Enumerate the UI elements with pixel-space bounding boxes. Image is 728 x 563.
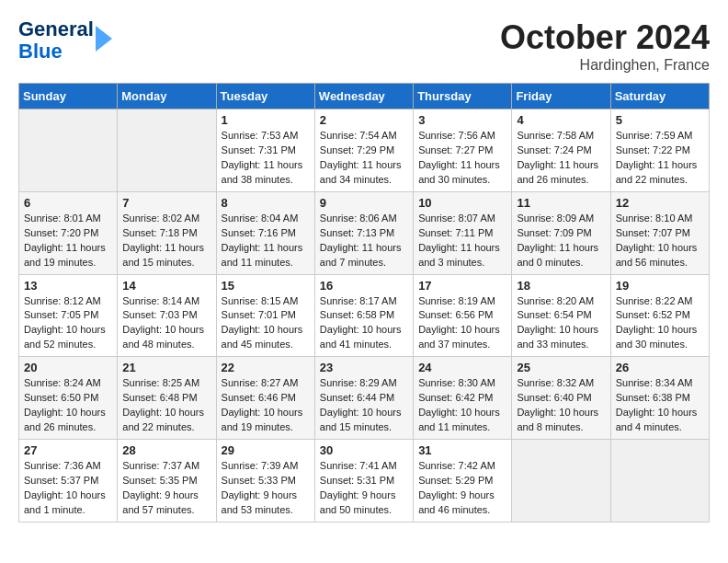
daylight-text: Daylight: 9 hours and 46 minutes. bbox=[418, 489, 495, 515]
cell-content: Sunrise: 8:19 AMSunset: 6:56 PMDaylight:… bbox=[418, 294, 506, 353]
calendar-cell: 16Sunrise: 8:17 AMSunset: 6:58 PMDayligh… bbox=[314, 274, 413, 357]
daylight-text: Daylight: 10 hours and 41 minutes. bbox=[320, 324, 402, 350]
sunrise-text: Sunrise: 8:30 AM bbox=[418, 377, 495, 388]
day-number: 15 bbox=[222, 279, 310, 293]
calendar-cell: 26Sunrise: 8:34 AMSunset: 6:38 PMDayligh… bbox=[610, 357, 709, 440]
sunset-text: Sunset: 5:37 PM bbox=[24, 475, 98, 486]
sunset-text: Sunset: 5:35 PM bbox=[122, 475, 197, 486]
daylight-text: Daylight: 10 hours and 30 minutes. bbox=[616, 324, 698, 350]
sunset-text: Sunset: 5:29 PM bbox=[418, 475, 493, 486]
calendar-cell: 9Sunrise: 8:06 AMSunset: 7:13 PMDaylight… bbox=[314, 191, 413, 274]
day-number: 23 bbox=[320, 361, 408, 374]
sunrise-text: Sunrise: 7:53 AM bbox=[222, 130, 299, 141]
sunset-text: Sunset: 6:40 PM bbox=[517, 392, 591, 403]
day-number: 3 bbox=[418, 113, 506, 127]
sunset-text: Sunset: 7:09 PM bbox=[517, 227, 591, 238]
day-number: 21 bbox=[122, 361, 210, 374]
cell-content: Sunrise: 8:07 AMSunset: 7:11 PMDaylight:… bbox=[418, 212, 506, 270]
cell-content: Sunrise: 8:02 AMSunset: 7:18 PMDaylight:… bbox=[122, 212, 210, 270]
sunrise-text: Sunrise: 8:10 AM bbox=[616, 213, 693, 224]
cell-content: Sunrise: 8:29 AMSunset: 6:44 PMDaylight:… bbox=[320, 376, 408, 435]
sunrise-text: Sunrise: 8:14 AM bbox=[122, 295, 199, 306]
calendar-cell: 23Sunrise: 8:29 AMSunset: 6:44 PMDayligh… bbox=[314, 357, 413, 440]
calendar-cell bbox=[19, 109, 118, 192]
header-row: SundayMondayTuesdayWednesdayThursdayFrid… bbox=[19, 84, 710, 109]
daylight-text: Daylight: 9 hours and 53 minutes. bbox=[222, 489, 298, 515]
daylight-text: Daylight: 10 hours and 15 minutes. bbox=[320, 407, 402, 432]
sunset-text: Sunset: 7:07 PM bbox=[616, 227, 690, 238]
day-number: 17 bbox=[418, 279, 506, 293]
day-number: 7 bbox=[122, 196, 210, 210]
calendar-cell: 15Sunrise: 8:15 AMSunset: 7:01 PMDayligh… bbox=[216, 274, 314, 357]
cell-content: Sunrise: 8:27 AMSunset: 6:46 PMDaylight:… bbox=[222, 376, 310, 435]
cell-content: Sunrise: 7:54 AMSunset: 7:29 PMDaylight:… bbox=[320, 129, 408, 188]
week-row-4: 20Sunrise: 8:24 AMSunset: 6:50 PMDayligh… bbox=[19, 357, 710, 440]
sunrise-text: Sunrise: 7:37 AM bbox=[122, 460, 199, 471]
calendar-cell: 24Sunrise: 8:30 AMSunset: 6:42 PMDayligh… bbox=[414, 357, 512, 440]
sunrise-text: Sunrise: 8:22 AM bbox=[616, 295, 693, 306]
sunset-text: Sunset: 5:31 PM bbox=[320, 475, 394, 486]
sunset-text: Sunset: 7:05 PM bbox=[24, 309, 98, 320]
daylight-text: Daylight: 10 hours and 22 minutes. bbox=[122, 407, 204, 432]
day-number: 18 bbox=[517, 279, 605, 293]
cell-content: Sunrise: 8:22 AMSunset: 6:52 PMDaylight:… bbox=[616, 294, 704, 353]
calendar-cell: 31Sunrise: 7:42 AMSunset: 5:29 PMDayligh… bbox=[414, 440, 512, 523]
day-number: 24 bbox=[418, 361, 506, 374]
calendar-cell: 13Sunrise: 8:12 AMSunset: 7:05 PMDayligh… bbox=[19, 274, 118, 357]
cell-content: Sunrise: 7:41 AMSunset: 5:31 PMDaylight:… bbox=[320, 459, 408, 518]
sunset-text: Sunset: 6:42 PM bbox=[418, 392, 493, 403]
calendar-cell: 5Sunrise: 7:59 AMSunset: 7:22 PMDaylight… bbox=[610, 109, 709, 192]
calendar-cell: 29Sunrise: 7:39 AMSunset: 5:33 PMDayligh… bbox=[216, 440, 314, 523]
calendar-cell: 3Sunrise: 7:56 AMSunset: 7:27 PMDaylight… bbox=[414, 109, 512, 192]
calendar-cell: 20Sunrise: 8:24 AMSunset: 6:50 PMDayligh… bbox=[19, 357, 118, 440]
day-number: 9 bbox=[320, 196, 408, 210]
page-header: GeneralBlue October 2024 Hardinghen, Fra… bbox=[18, 18, 710, 74]
week-row-5: 27Sunrise: 7:36 AMSunset: 5:37 PMDayligh… bbox=[19, 440, 710, 523]
day-number: 22 bbox=[222, 361, 310, 374]
cell-content: Sunrise: 8:09 AMSunset: 7:09 PMDaylight:… bbox=[517, 212, 605, 270]
sunrise-text: Sunrise: 8:12 AM bbox=[24, 295, 101, 306]
daylight-text: Daylight: 10 hours and 45 minutes. bbox=[222, 324, 303, 350]
week-row-1: 1Sunrise: 7:53 AMSunset: 7:31 PMDaylight… bbox=[19, 109, 710, 192]
header-day-thursday: Thursday bbox=[414, 84, 512, 109]
header-day-sunday: Sunday bbox=[19, 84, 118, 109]
sunset-text: Sunset: 6:44 PM bbox=[320, 392, 394, 403]
day-number: 4 bbox=[517, 113, 605, 127]
daylight-text: Daylight: 11 hours and 0 minutes. bbox=[517, 242, 598, 268]
daylight-text: Daylight: 10 hours and 8 minutes. bbox=[517, 407, 598, 432]
sunrise-text: Sunrise: 7:36 AM bbox=[24, 460, 101, 471]
day-number: 14 bbox=[122, 279, 210, 293]
cell-content: Sunrise: 8:04 AMSunset: 7:16 PMDaylight:… bbox=[222, 212, 310, 270]
sunrise-text: Sunrise: 7:58 AM bbox=[517, 130, 594, 141]
calendar-cell: 27Sunrise: 7:36 AMSunset: 5:37 PMDayligh… bbox=[19, 440, 118, 523]
sunset-text: Sunset: 7:13 PM bbox=[320, 227, 394, 238]
calendar-cell: 6Sunrise: 8:01 AMSunset: 7:20 PMDaylight… bbox=[19, 191, 118, 274]
cell-content: Sunrise: 8:24 AMSunset: 6:50 PMDaylight:… bbox=[24, 376, 112, 435]
calendar-cell: 19Sunrise: 8:22 AMSunset: 6:52 PMDayligh… bbox=[610, 274, 709, 357]
daylight-text: Daylight: 9 hours and 50 minutes. bbox=[320, 489, 396, 515]
sunrise-text: Sunrise: 8:24 AM bbox=[24, 377, 101, 388]
daylight-text: Daylight: 10 hours and 1 minute. bbox=[24, 489, 106, 515]
daylight-text: Daylight: 11 hours and 26 minutes. bbox=[517, 159, 598, 185]
sunset-text: Sunset: 7:03 PM bbox=[122, 309, 197, 320]
daylight-text: Daylight: 10 hours and 4 minutes. bbox=[616, 407, 698, 432]
cell-content: Sunrise: 8:01 AMSunset: 7:20 PMDaylight:… bbox=[24, 212, 112, 270]
sunset-text: Sunset: 7:29 PM bbox=[320, 144, 394, 155]
calendar-cell bbox=[118, 109, 216, 192]
sunrise-text: Sunrise: 8:04 AM bbox=[222, 213, 299, 224]
logo-arrow-icon bbox=[96, 26, 112, 52]
week-row-2: 6Sunrise: 8:01 AMSunset: 7:20 PMDaylight… bbox=[19, 191, 710, 274]
cell-content: Sunrise: 8:14 AMSunset: 7:03 PMDaylight:… bbox=[122, 294, 210, 353]
cell-content: Sunrise: 8:25 AMSunset: 6:48 PMDaylight:… bbox=[122, 376, 210, 435]
cell-content: Sunrise: 7:53 AMSunset: 7:31 PMDaylight:… bbox=[222, 129, 310, 188]
cell-content: Sunrise: 8:17 AMSunset: 6:58 PMDaylight:… bbox=[320, 294, 408, 353]
sunrise-text: Sunrise: 7:42 AM bbox=[418, 460, 495, 471]
sunrise-text: Sunrise: 8:20 AM bbox=[517, 295, 594, 306]
day-number: 25 bbox=[517, 361, 605, 374]
sunrise-text: Sunrise: 8:29 AM bbox=[320, 377, 397, 388]
day-number: 6 bbox=[24, 196, 112, 210]
daylight-text: Daylight: 11 hours and 7 minutes. bbox=[320, 242, 402, 268]
cell-content: Sunrise: 8:20 AMSunset: 6:54 PMDaylight:… bbox=[517, 294, 605, 353]
cell-content: Sunrise: 7:37 AMSunset: 5:35 PMDaylight:… bbox=[122, 459, 210, 518]
calendar-cell: 8Sunrise: 8:04 AMSunset: 7:16 PMDaylight… bbox=[216, 191, 314, 274]
